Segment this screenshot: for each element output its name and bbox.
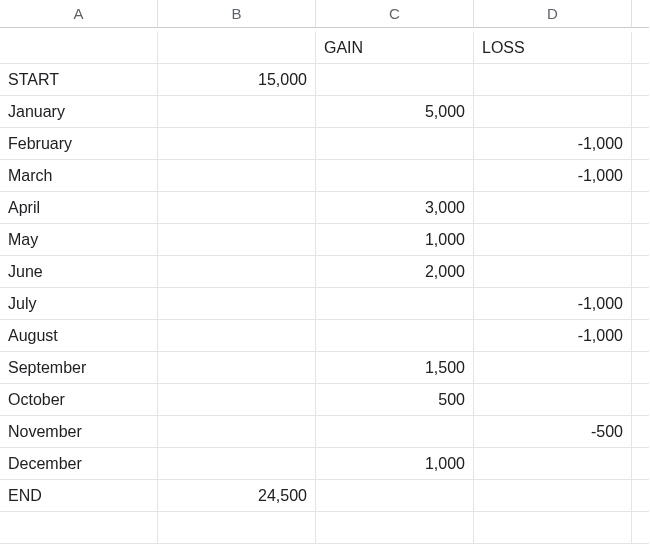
cell-C2[interactable] [316, 64, 474, 96]
cell-B1[interactable] [158, 32, 316, 64]
cell-stub-4 [632, 128, 649, 160]
cell-D6[interactable] [474, 192, 632, 224]
cell-B11[interactable] [158, 352, 316, 384]
cell-A5[interactable]: March [0, 160, 158, 192]
col-header-A[interactable]: A [0, 0, 158, 28]
cell-stub-5 [632, 160, 649, 192]
cell-C5[interactable] [316, 160, 474, 192]
cell-A6[interactable]: April [0, 192, 158, 224]
cell-stub-12 [632, 384, 649, 416]
cell-B5[interactable] [158, 160, 316, 192]
cell-stub-9 [632, 288, 649, 320]
cell-C10[interactable] [316, 320, 474, 352]
cell-C7[interactable]: 1,000 [316, 224, 474, 256]
cell-B15[interactable]: 24,500 [158, 480, 316, 512]
cell-A3[interactable]: January [0, 96, 158, 128]
cell-D16[interactable] [474, 512, 632, 544]
cell-A2[interactable]: START [0, 64, 158, 96]
cell-D14[interactable] [474, 448, 632, 480]
cell-A11[interactable]: September [0, 352, 158, 384]
cell-B12[interactable] [158, 384, 316, 416]
cell-D9[interactable]: -1,000 [474, 288, 632, 320]
cell-stub-16 [632, 512, 649, 544]
col-header-stub [632, 0, 649, 28]
cell-C13[interactable] [316, 416, 474, 448]
cell-C3[interactable]: 5,000 [316, 96, 474, 128]
cell-A13[interactable]: November [0, 416, 158, 448]
col-header-C[interactable]: C [316, 0, 474, 28]
cell-D5[interactable]: -1,000 [474, 160, 632, 192]
cell-D10[interactable]: -1,000 [474, 320, 632, 352]
cell-D2[interactable] [474, 64, 632, 96]
cell-C12[interactable]: 500 [316, 384, 474, 416]
cell-D11[interactable] [474, 352, 632, 384]
cell-D7[interactable] [474, 224, 632, 256]
cell-D13[interactable]: -500 [474, 416, 632, 448]
cell-C4[interactable] [316, 128, 474, 160]
cell-A16[interactable] [0, 512, 158, 544]
cell-B6[interactable] [158, 192, 316, 224]
cell-A8[interactable]: June [0, 256, 158, 288]
cell-C1[interactable]: GAIN [316, 32, 474, 64]
cell-C16[interactable] [316, 512, 474, 544]
cell-B13[interactable] [158, 416, 316, 448]
cell-D4[interactable]: -1,000 [474, 128, 632, 160]
cell-A12[interactable]: October [0, 384, 158, 416]
cell-C11[interactable]: 1,500 [316, 352, 474, 384]
cell-C14[interactable]: 1,000 [316, 448, 474, 480]
cell-stub-7 [632, 224, 649, 256]
cell-A4[interactable]: February [0, 128, 158, 160]
cell-stub-2 [632, 64, 649, 96]
cell-B8[interactable] [158, 256, 316, 288]
cell-stub-11 [632, 352, 649, 384]
spreadsheet-grid[interactable]: A B C D GAIN LOSS START 15,000 January 5… [0, 0, 650, 544]
cell-B9[interactable] [158, 288, 316, 320]
cell-stub-13 [632, 416, 649, 448]
cell-stub-6 [632, 192, 649, 224]
cell-D12[interactable] [474, 384, 632, 416]
cell-D1[interactable]: LOSS [474, 32, 632, 64]
cell-stub-15 [632, 480, 649, 512]
cell-stub-10 [632, 320, 649, 352]
cell-B2[interactable]: 15,000 [158, 64, 316, 96]
cell-B7[interactable] [158, 224, 316, 256]
cell-B10[interactable] [158, 320, 316, 352]
col-header-D[interactable]: D [474, 0, 632, 28]
cell-A1[interactable] [0, 32, 158, 64]
cell-stub-3 [632, 96, 649, 128]
cell-B16[interactable] [158, 512, 316, 544]
cell-A10[interactable]: August [0, 320, 158, 352]
cell-stub-8 [632, 256, 649, 288]
cell-stub-14 [632, 448, 649, 480]
col-header-B[interactable]: B [158, 0, 316, 28]
cell-A14[interactable]: December [0, 448, 158, 480]
cell-C9[interactable] [316, 288, 474, 320]
cell-C8[interactable]: 2,000 [316, 256, 474, 288]
cell-A7[interactable]: May [0, 224, 158, 256]
cell-D15[interactable] [474, 480, 632, 512]
cell-D8[interactable] [474, 256, 632, 288]
cell-B4[interactable] [158, 128, 316, 160]
cell-A15[interactable]: END [0, 480, 158, 512]
cell-D3[interactable] [474, 96, 632, 128]
cell-C6[interactable]: 3,000 [316, 192, 474, 224]
cell-B14[interactable] [158, 448, 316, 480]
cell-A9[interactable]: July [0, 288, 158, 320]
cell-stub-1 [632, 32, 649, 64]
cell-C15[interactable] [316, 480, 474, 512]
cell-B3[interactable] [158, 96, 316, 128]
